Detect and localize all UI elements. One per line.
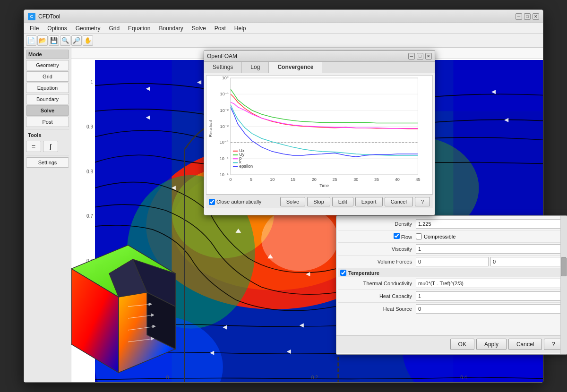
toolbar: 📄 📂 💾 🔍 🔎 ✋ [24,34,543,48]
title-bar: C CFDTool ─ □ ✕ [24,10,543,23]
cancel-button[interactable]: Cancel [385,197,413,206]
edit-button[interactable]: Edit [332,197,353,206]
svg-text:15: 15 [291,177,295,182]
toolbar-pan[interactable]: ✋ [83,35,93,46]
close-button[interactable]: ✕ [533,13,539,20]
cube-3d [71,231,199,382]
menu-equation[interactable]: Equation [124,24,154,33]
solve-button[interactable]: Solve [280,197,306,206]
sidebar-grid[interactable]: Grid [26,71,69,82]
compressible-checkbox[interactable] [416,233,422,239]
heat-capacity-input[interactable] [416,291,563,301]
apply-button[interactable]: Apply [476,339,507,350]
tab-settings[interactable]: Settings [204,62,242,73]
toolbar-zoom-out[interactable]: 🔎 [71,35,82,46]
heat-capacity-label: Heat Capacity [340,293,416,299]
menu-solve[interactable]: Solve [188,24,210,33]
heat-source-label: Heat Source [340,306,416,312]
svg-text:5: 5 [250,177,252,182]
scrollbar-thumb[interactable] [561,257,567,276]
tool-equation-icon[interactable]: = [26,141,41,152]
stop-button[interactable]: Stop [307,197,330,206]
menu-boundary[interactable]: Boundary [155,24,187,33]
menu-bar: File Options Geometry Grid Equation Boun… [24,23,543,34]
thermal-conductivity-input[interactable] [416,279,563,288]
sidebar-boundary[interactable]: Boundary [26,94,69,104]
viscosity-input[interactable] [416,244,563,254]
svg-rect-90 [233,151,238,152]
close-automatically-checkbox[interactable] [209,199,215,205]
svg-text:10⁰: 10⁰ [222,76,229,80]
of-window-title: OpenFOAM [207,53,408,60]
viscosity-row: Viscosity [338,243,565,256]
ok-button[interactable]: OK [450,339,474,350]
of-maximize-button[interactable]: □ [417,53,423,60]
export-button[interactable]: Export [355,197,383,206]
tab-log[interactable]: Log [242,62,269,73]
scrollbar[interactable] [560,216,567,354]
toolbar-zoom-in[interactable]: 🔍 [60,35,70,46]
sidebar: Mode Geometry Grid Equation Boundary Sol… [24,48,71,382]
sidebar-equation[interactable]: Equation [26,83,69,93]
toolbar-new[interactable]: 📄 [26,35,36,46]
svg-text:10⁻¹: 10⁻¹ [220,92,229,96]
help-button[interactable]: ? [415,197,430,206]
cancel-eq-button[interactable]: Cancel [508,339,542,350]
toolbar-open[interactable]: 📂 [37,35,48,46]
svg-text:epsilon: epsilon [239,164,253,169]
of-window-controls: ─ □ ✕ [408,53,432,60]
svg-text:10⁻⁶: 10⁻⁶ [220,172,229,177]
flow-label: Flow [340,233,416,240]
window-controls: ─ □ ✕ [515,13,539,20]
of-title-bar: OpenFOAM ─ □ ✕ [204,51,435,62]
density-input[interactable] [416,219,563,229]
compressible-label: Compressible [424,234,455,239]
svg-text:30: 30 [353,177,358,182]
volume-forces-input1[interactable] [416,257,489,266]
sidebar-post[interactable]: Post [26,117,69,127]
thermal-conductivity-label: Thermal Conductivity [340,281,416,286]
svg-text:Residual: Residual [208,120,213,137]
minimize-button[interactable]: ─ [515,13,522,20]
tool-formula-icon[interactable]: ∫ [43,141,58,152]
volume-forces-row: Volume Forces [338,256,565,268]
close-automatically-label[interactable]: Close automatically [209,199,261,205]
temperature-checkbox[interactable] [340,270,346,276]
cfd-window: C CFDTool ─ □ ✕ File Options Geometry Gr… [24,9,543,383]
flow-row: Flow Compressible [338,230,565,243]
equation-panel: Density Flow Compressible Viscosity [336,215,567,355]
thermal-conductivity-row: Thermal Conductivity [338,277,565,290]
of-bottom-bar: Close automatically Solve Stop Edit Expo… [206,195,433,208]
menu-options[interactable]: Options [43,24,70,33]
toolbar-save[interactable]: 💾 [49,35,59,46]
menu-post[interactable]: Post [211,24,230,33]
volume-forces-input2[interactable] [490,257,563,266]
sidebar-solve[interactable]: Solve [26,105,69,116]
openfoam-window: OpenFOAM ─ □ ✕ Settings Log Convergence [204,50,435,215]
svg-text:0: 0 [229,177,232,182]
mode-label: Mode [26,50,69,59]
svg-text:10⁻⁴: 10⁻⁴ [220,140,229,145]
of-minimize-button[interactable]: ─ [408,53,415,60]
svg-text:25: 25 [332,177,337,182]
svg-text:10⁻⁵: 10⁻⁵ [220,156,229,161]
maximize-button[interactable]: □ [524,13,531,20]
of-tabs: Settings Log Convergence [204,62,435,73]
svg-text:10: 10 [270,177,275,182]
of-close-button[interactable]: ✕ [425,53,432,60]
heat-source-input[interactable] [416,304,563,314]
sidebar-settings[interactable]: Settings [26,157,69,168]
menu-grid[interactable]: Grid [105,24,123,33]
svg-text:Time: Time [319,183,329,188]
volume-forces-inputs [416,257,563,266]
sidebar-geometry[interactable]: Geometry [26,60,69,70]
svg-rect-94 [233,158,238,159]
menu-geometry[interactable]: Geometry [72,24,104,33]
menu-help[interactable]: Help [231,24,250,33]
tab-convergence[interactable]: Convergence [269,62,322,73]
svg-text:40: 40 [395,177,400,182]
menu-file[interactable]: File [26,24,43,33]
window-title: CFDTool [38,13,515,20]
of-content: 10⁰ 10⁻¹ 10⁻² 10⁻³ 10⁻⁴ 10⁻⁵ 10⁻⁶ 0 5 10… [204,73,435,210]
flow-checkbox[interactable] [394,233,400,239]
